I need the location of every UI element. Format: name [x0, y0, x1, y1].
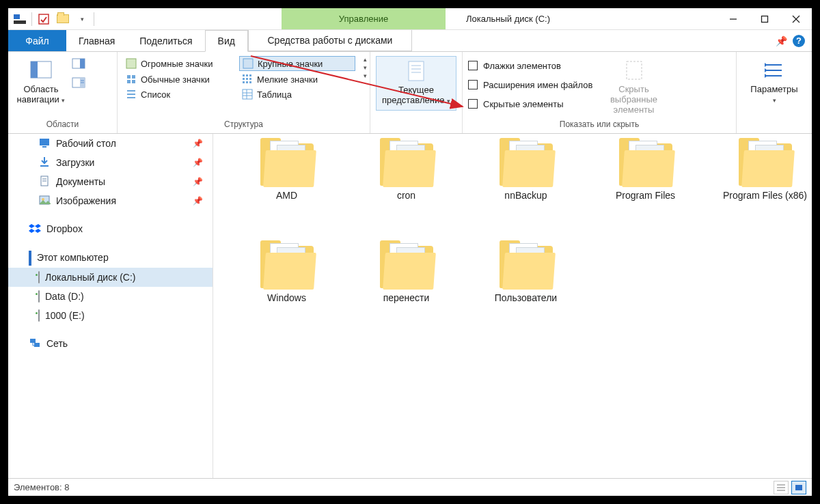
- drive-icon: [38, 272, 40, 283]
- nav-desktop-label: Рабочий стол: [56, 138, 116, 149]
- nav-network[interactable]: Сеть: [8, 333, 213, 354]
- nav-documents[interactable]: Документы📌: [8, 172, 213, 191]
- folder-item[interactable]: Windows: [227, 244, 346, 340]
- folder-item[interactable]: перенести: [346, 244, 466, 340]
- ribbon: Область навигации ▾ Области: [8, 52, 812, 134]
- checkbox-hidden-items[interactable]: Скрытые элементы: [468, 96, 593, 112]
- qat-dropdown[interactable]: ▾: [74, 12, 90, 27]
- window-title: Локальный диск (C:): [446, 8, 718, 29]
- layout-details[interactable]: Таблица: [239, 87, 355, 101]
- current-view-button[interactable]: Текущее представление ▾: [376, 56, 456, 111]
- layout-extra-large[interactable]: Огромные значки: [123, 56, 239, 71]
- nav-dropbox[interactable]: Dropbox: [8, 219, 213, 239]
- layout-large[interactable]: Крупные значки: [239, 56, 355, 71]
- nav-this-pc[interactable]: Этот компьютер: [8, 247, 213, 268]
- drive-icon: [38, 291, 40, 302]
- nav-pictures[interactable]: Изображения📌: [8, 191, 213, 210]
- status-item-count: Элементов: 8: [14, 482, 69, 492]
- pin-icon: 📌: [193, 139, 203, 148]
- folder-item[interactable]: Program Files (x86): [705, 142, 812, 238]
- panes-group-label: Области: [8, 120, 117, 133]
- svg-rect-46: [40, 139, 49, 145]
- drive-icon: [38, 310, 40, 321]
- nav-data-d[interactable]: Data (D:): [8, 287, 213, 306]
- layout-scroll-up[interactable]: ▴: [359, 56, 370, 63]
- svg-rect-24: [243, 78, 245, 80]
- tab-home[interactable]: Главная: [66, 30, 127, 51]
- svg-rect-21: [243, 74, 245, 76]
- svg-rect-22: [246, 74, 248, 76]
- folder-icon: [260, 143, 314, 186]
- layout-small[interactable]: Мелкие значки: [239, 72, 355, 86]
- properties-icon[interactable]: [36, 12, 51, 27]
- tab-share[interactable]: Поделиться: [127, 30, 204, 51]
- checkbox-file-extensions[interactable]: Расширения имен файлов: [468, 76, 593, 93]
- layout-small-label: Мелкие значки: [257, 74, 318, 85]
- nav-local-disk-c[interactable]: Локальный диск (C:): [8, 268, 213, 287]
- options-button[interactable]: Параметры▾: [747, 56, 802, 105]
- tab-view[interactable]: Вид: [205, 30, 248, 52]
- nav-data-d-label: Data (D:): [45, 291, 84, 302]
- ribbon-tab-row: Файл Главная Поделиться Вид Средства раб…: [8, 30, 812, 52]
- folder-item[interactable]: Program Files: [586, 142, 705, 238]
- close-button[interactable]: [780, 8, 812, 30]
- navigation-pane[interactable]: Рабочий стол📌 Загрузки📌 Документы📌 Изобр…: [8, 134, 213, 478]
- help-icon[interactable]: ?: [793, 35, 805, 47]
- tab-drive-tools[interactable]: Средства работы с дисками: [248, 30, 412, 51]
- view-large-icons-button[interactable]: [791, 481, 806, 494]
- tab-file[interactable]: Файл: [8, 30, 66, 51]
- nav-pictures-label: Изображения: [56, 195, 116, 206]
- network-icon: [29, 337, 41, 351]
- folder-icon[interactable]: [55, 12, 70, 27]
- folder-item[interactable]: Пользователи: [466, 244, 586, 340]
- layout-scroll-down[interactable]: ▾: [359, 64, 370, 71]
- nav-desktop[interactable]: Рабочий стол📌: [8, 134, 213, 153]
- pictures-icon: [38, 194, 51, 208]
- maximize-button[interactable]: [749, 8, 780, 30]
- layout-extra-large-label: Огромные значки: [141, 59, 213, 69]
- navigation-pane-label: Область навигации: [17, 84, 59, 104]
- nav-downloads[interactable]: Загрузки📌: [8, 153, 213, 172]
- folder-label: Пользователи: [495, 292, 557, 303]
- nav-1000-e[interactable]: 1000 (E:): [8, 306, 213, 325]
- svg-rect-55: [34, 343, 40, 347]
- folder-item[interactable]: nnBackup: [466, 142, 586, 238]
- svg-rect-8: [31, 61, 38, 78]
- folder-icon: [380, 246, 433, 288]
- pin-ribbon-icon[interactable]: 📌: [776, 36, 787, 46]
- svg-rect-41: [627, 61, 642, 79]
- svg-rect-25: [246, 78, 248, 80]
- layout-medium-label: Обычные значки: [141, 74, 210, 85]
- nav-documents-label: Документы: [56, 176, 105, 187]
- layout-medium[interactable]: Обычные значки: [123, 72, 239, 86]
- svg-rect-26: [249, 78, 251, 80]
- folder-item[interactable]: cron: [346, 142, 466, 238]
- minimize-button[interactable]: [718, 8, 749, 30]
- layout-details-label: Таблица: [257, 89, 292, 100]
- view-details-button[interactable]: [774, 481, 789, 494]
- hide-selected-label: Скрыть выбранные элементы: [607, 85, 661, 115]
- hide-selected-icon: [623, 59, 646, 82]
- svg-rect-15: [126, 59, 136, 68]
- preview-pane-button[interactable]: [71, 56, 86, 71]
- desktop-icon: [38, 137, 51, 151]
- navigation-pane-button[interactable]: Область навигации ▾: [14, 56, 68, 105]
- checkbox-item-checkboxes[interactable]: Флажки элементов: [468, 57, 593, 74]
- hide-selected-button[interactable]: Скрыть выбранные элементы: [607, 56, 661, 115]
- svg-rect-19: [127, 80, 131, 83]
- svg-rect-47: [42, 146, 46, 148]
- file-list[interactable]: AMDcronnnBackupProgram FilesProgram File…: [213, 134, 812, 478]
- documents-icon: [38, 175, 51, 189]
- content-area: Рабочий стол📌 Загрузки📌 Документы📌 Изобр…: [8, 134, 812, 478]
- folder-item[interactable]: AMD: [227, 142, 346, 238]
- folder-icon: [260, 246, 314, 288]
- layout-gallery-expand[interactable]: ▾: [359, 72, 370, 79]
- folder-label: AMD: [276, 190, 297, 201]
- svg-rect-27: [243, 81, 245, 83]
- layout-list[interactable]: Список: [123, 87, 239, 101]
- current-view-icon: [405, 59, 428, 83]
- folder-icon: [500, 246, 553, 288]
- pin-icon: 📌: [193, 177, 203, 186]
- svg-rect-2: [39, 14, 49, 24]
- details-pane-button[interactable]: [71, 75, 86, 90]
